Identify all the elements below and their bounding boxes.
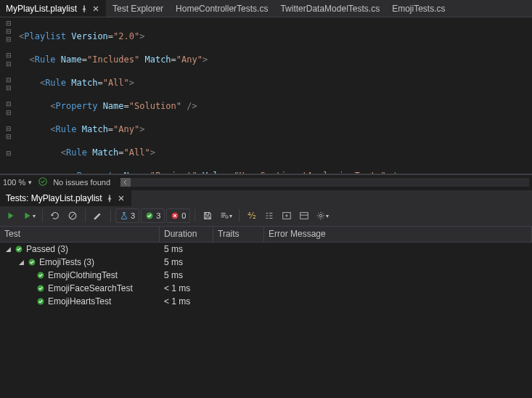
svg-rect-6 bbox=[300, 213, 308, 219]
fold-toggle[interactable]: ⊟ bbox=[0, 149, 17, 157]
column-error[interactable]: Error Message bbox=[264, 227, 532, 242]
check-circle-icon bbox=[15, 245, 23, 253]
cancel-build-button[interactable] bbox=[65, 208, 81, 224]
test-row[interactable]: EmojiClothingTest 5 ms bbox=[0, 269, 532, 282]
fold-toggle[interactable]: ⊟ bbox=[0, 27, 17, 35]
run-button[interactable]: ▾ bbox=[20, 208, 38, 224]
close-icon[interactable] bbox=[117, 194, 126, 203]
save-playlist-button[interactable] bbox=[200, 208, 216, 224]
test-row[interactable]: EmojiHeartsTest < 1 ms bbox=[0, 295, 532, 308]
flask-icon bbox=[120, 211, 128, 220]
tab-label: EmojiTests.cs bbox=[392, 4, 445, 14]
svg-point-7 bbox=[320, 214, 323, 217]
x-circle-icon bbox=[171, 211, 179, 220]
tab-label: Test Explorer bbox=[112, 4, 163, 14]
tab-label: HomeControllerTests.cs bbox=[176, 4, 268, 14]
horizontal-scrollbar[interactable] bbox=[120, 178, 529, 187]
failed-tests-pill[interactable]: 0 bbox=[166, 208, 190, 223]
test-list-header: Test Duration Traits Error Message bbox=[0, 227, 532, 243]
pin-icon[interactable] bbox=[105, 194, 114, 203]
group-by-button[interactable] bbox=[261, 208, 277, 224]
check-circle-icon bbox=[145, 211, 154, 220]
fold-toggle[interactable]: ⊟ bbox=[0, 133, 17, 141]
pin-icon[interactable] bbox=[80, 4, 89, 13]
fold-toggle[interactable]: ⊟ bbox=[0, 76, 17, 84]
test-class-row[interactable]: ◢ EmojiTests (3) 5 ms bbox=[0, 256, 532, 269]
chevron-down-icon: ▼ bbox=[27, 179, 33, 186]
column-test[interactable]: Test bbox=[0, 227, 160, 242]
expander-icon[interactable]: ◢ bbox=[4, 245, 12, 253]
check-circle-icon bbox=[36, 284, 45, 293]
tab-label: MyPlayList.playlist bbox=[6, 4, 77, 14]
tab-playlist[interactable]: MyPlayList.playlist bbox=[0, 0, 107, 17]
tab-twitter-data-model-tests[interactable]: TwitterDataModelTests.cs bbox=[274, 0, 386, 17]
test-list: ◢ Passed (3) 5 ms ◢ EmojiTests (3) 5 ms … bbox=[0, 243, 532, 399]
check-circle-icon bbox=[38, 177, 47, 187]
check-circle-icon bbox=[28, 258, 36, 267]
fold-toggle[interactable]: ⊟ bbox=[0, 35, 17, 43]
check-circle-icon bbox=[36, 271, 45, 280]
playlist-button[interactable]: ▾ bbox=[217, 208, 234, 224]
test-panel-tabbar: Tests: MyPlayList.playlist bbox=[0, 190, 532, 206]
expander-icon[interactable]: ◢ bbox=[17, 259, 25, 266]
tab-tests-playlist[interactable]: Tests: MyPlayList.playlist bbox=[0, 190, 131, 206]
fold-toggle[interactable]: ⊟ bbox=[0, 108, 17, 116]
fold-toggle[interactable]: ⊟ bbox=[0, 100, 17, 108]
fold-gutter: ⊟ ⊟ ⊟ ⊟ ⊟ ⊟ ⊟ ⊟ ⊟ ⊟ ⊟ ⊟ bbox=[0, 17, 17, 174]
tab-test-explorer[interactable]: Test Explorer bbox=[107, 0, 170, 17]
code-content[interactable]: <Playlist Version="2.0"> <Rule Name="Inc… bbox=[17, 17, 532, 174]
column-duration[interactable]: Duration bbox=[160, 227, 213, 242]
columns-button[interactable] bbox=[279, 208, 295, 224]
fold-toggle[interactable]: ⊟ bbox=[0, 60, 17, 68]
fold-toggle[interactable]: ⊟ bbox=[0, 84, 17, 92]
issues-label: No issues found bbox=[53, 178, 110, 187]
test-group-row[interactable]: ◢ Passed (3) 5 ms bbox=[0, 243, 532, 256]
editor-status-bar: 100 % ▼ No issues found bbox=[0, 174, 532, 190]
passed-tests-pill[interactable]: 3 bbox=[141, 208, 165, 223]
tab-label: TwitterDataModelTests.cs bbox=[280, 4, 380, 14]
check-circle-icon bbox=[36, 297, 45, 306]
total-tests-pill[interactable]: 3 bbox=[115, 208, 139, 223]
view-button[interactable] bbox=[296, 208, 312, 224]
zoom-level[interactable]: 100 % ▼ bbox=[3, 178, 33, 187]
settings-button[interactable]: ▾ bbox=[314, 208, 331, 224]
tab-label: Tests: MyPlayList.playlist bbox=[6, 193, 102, 203]
column-traits[interactable]: Traits bbox=[213, 227, 264, 242]
close-icon[interactable] bbox=[91, 4, 100, 13]
run-all-button[interactable] bbox=[3, 208, 19, 224]
svg-point-4 bbox=[226, 216, 229, 219]
fold-toggle[interactable]: ⊟ bbox=[0, 124, 17, 132]
document-tabs-bar: MyPlayList.playlist Test Explorer HomeCo… bbox=[0, 0, 532, 17]
tab-home-controller-tests[interactable]: HomeControllerTests.cs bbox=[170, 0, 274, 17]
edit-playlist-button[interactable] bbox=[90, 208, 106, 224]
fold-toggle[interactable]: ⊟ bbox=[0, 19, 17, 27]
tab-emoji-tests[interactable]: EmojiTests.cs bbox=[386, 0, 451, 17]
repeat-button[interactable] bbox=[47, 208, 63, 224]
fold-toggle[interactable]: ⊟ bbox=[0, 52, 17, 60]
test-toolbar: ▾ 3 3 0 ▾ ⁴⁄₂ ▾ bbox=[0, 206, 532, 227]
profile-icon[interactable]: ⁴⁄₂ bbox=[244, 208, 260, 224]
test-row[interactable]: EmojiFaceSearchTest < 1 ms bbox=[0, 282, 532, 295]
code-editor: ⊟ ⊟ ⊟ ⊟ ⊟ ⊟ ⊟ ⊟ ⊟ ⊟ ⊟ ⊟ <Playlist Versio… bbox=[0, 17, 532, 174]
